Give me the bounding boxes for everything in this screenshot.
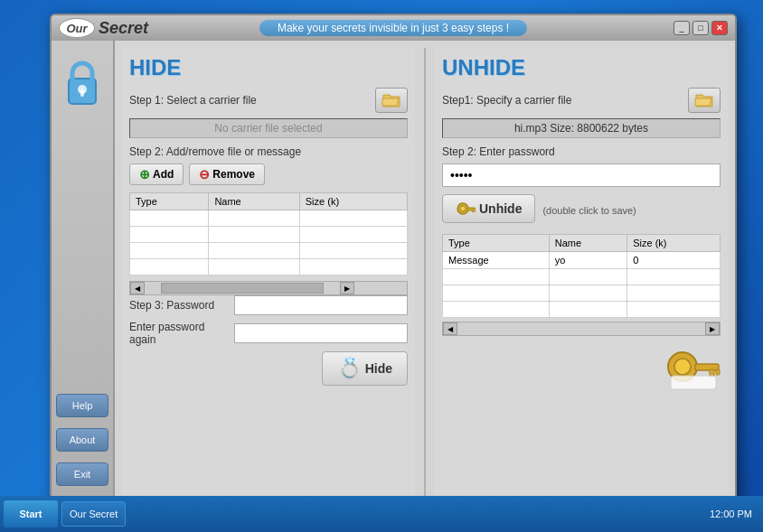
table-row — [130, 227, 408, 243]
add-button[interactable]: ⊕ Add — [129, 163, 184, 185]
window-controls: _ □ ✕ — [674, 21, 728, 35]
unhide-col-type: Type — [443, 235, 550, 252]
table-row — [130, 243, 408, 259]
scroll-right-arrow[interactable]: ▶ — [340, 282, 354, 294]
table-row — [443, 285, 721, 302]
table-row — [443, 269, 721, 285]
unhide-password-input[interactable] — [442, 163, 721, 187]
svg-rect-2 — [80, 89, 84, 97]
svg-rect-12 — [716, 369, 720, 375]
logo-text: Secret — [99, 19, 148, 38]
unhide-col-name: Name — [549, 235, 627, 252]
unhide-scroll-right[interactable]: ▶ — [705, 322, 720, 335]
hide-step1-row: Step 1: Select a carrier file — [129, 88, 408, 113]
hide-step3-label: Step 3: Password — [129, 299, 229, 312]
taskbar: Start Our Secret 12:00 PM — [0, 496, 763, 532]
svg-point-4 — [460, 206, 466, 211]
help-button[interactable]: Help — [56, 394, 108, 417]
title-bar: Our Secret Make your secrets invisible i… — [52, 15, 735, 41]
ring-icon: 💍 — [337, 357, 362, 380]
scroll-thumb[interactable] — [161, 283, 324, 294]
key-small-icon — [456, 199, 476, 219]
start-button[interactable]: Start — [4, 500, 58, 527]
hide-panel: HIDE Step 1: Select a carrier file — [122, 48, 415, 497]
hide-col-name: Name — [209, 193, 299, 210]
exit-button[interactable]: Exit — [56, 462, 108, 486]
svg-rect-13 — [671, 376, 716, 389]
main-panels: HIDE Step 1: Select a carrier file — [115, 41, 735, 504]
unhide-name-cell: yo — [549, 252, 627, 269]
hide-password-again-input[interactable] — [234, 323, 408, 343]
hide-password-again-label: Enter password again — [129, 321, 229, 346]
minimize-button[interactable]: _ — [674, 21, 690, 35]
hide-file-table: Type Name Size (k) — [129, 192, 408, 275]
unhide-scrollbar-h[interactable]: ◀ ▶ — [442, 322, 721, 336]
unhide-button[interactable]: Unhide — [442, 194, 535, 223]
app-logo: Our Secret — [59, 18, 148, 38]
unhide-title: UNHIDE — [442, 55, 721, 80]
unhide-step1-row: Step1: Specify a carrier file — [442, 88, 721, 113]
folder-open-icon-unhide — [694, 92, 714, 108]
unhide-results-table: Type Name Size (k) Message yo 0 — [442, 234, 721, 318]
hide-button[interactable]: 💍 Hide — [322, 351, 408, 386]
key-icon-container — [666, 341, 721, 391]
app-tagline: Make your secrets invisible in just 3 ea… — [259, 20, 527, 36]
unhide-file-status: hi.mp3 Size: 8800622 bytes — [442, 118, 721, 138]
desktop: Our Secret Make your secrets invisible i… — [0, 0, 763, 532]
unhide-result-row[interactable]: Message yo 0 — [443, 252, 721, 269]
svg-rect-7 — [475, 210, 476, 212]
unhide-select-file-button[interactable] — [688, 88, 721, 113]
panels-row: HIDE Step 1: Select a carrier file — [122, 48, 728, 497]
folder-open-icon — [382, 92, 401, 108]
hide-step1-label: Step 1: Select a carrier file — [129, 94, 370, 107]
maximize-button[interactable]: □ — [692, 21, 709, 35]
hide-step2-label: Step 2: Add/remove file or message — [129, 145, 408, 158]
unhide-scroll-left[interactable]: ◀ — [443, 322, 457, 335]
double-click-hint: (double click to save) — [542, 205, 636, 216]
hide-file-table-wrapper: Type Name Size (k) — [129, 192, 408, 281]
hide-col-size: Size (k) — [299, 193, 407, 210]
hide-password-input[interactable] — [234, 295, 408, 315]
unhide-size-cell: 0 — [627, 252, 721, 269]
system-clock: 12:00 PM — [702, 509, 759, 519]
lock-icon — [60, 59, 105, 108]
add-icon: ⊕ — [139, 167, 150, 182]
unhide-panel: UNHIDE Step1: Specify a carrier file — [435, 48, 728, 497]
logo-circle: Our — [59, 18, 95, 38]
svg-point-9 — [674, 359, 691, 375]
hide-col-type: Type — [130, 193, 209, 210]
remove-button[interactable]: ⊖ Remove — [189, 163, 265, 185]
key-decoration-row — [442, 341, 721, 391]
app-window: Our Secret Make your secrets invisible i… — [50, 14, 737, 506]
about-button[interactable]: About — [56, 428, 108, 452]
close-button[interactable]: ✕ — [711, 21, 728, 35]
unhide-action-row: Unhide (double click to save) — [442, 194, 721, 227]
panel-divider — [424, 48, 426, 497]
svg-rect-10 — [695, 364, 719, 370]
add-remove-row: ⊕ Add ⊖ Remove — [129, 163, 408, 185]
hide-title: HIDE — [129, 55, 408, 80]
table-row — [130, 259, 408, 275]
svg-rect-6 — [472, 210, 474, 212]
remove-icon: ⊖ — [199, 167, 210, 182]
key-large-icon — [666, 341, 721, 391]
app-content: Help About Exit HIDE Step 1: — [52, 41, 735, 504]
hide-select-file-button[interactable] — [375, 88, 408, 113]
hide-password-again-row: Enter password again — [129, 321, 408, 346]
scroll-left-arrow[interactable]: ◀ — [130, 282, 145, 294]
sidebar: Help About Exit — [52, 41, 115, 504]
taskbar-item[interactable]: Our Secret — [61, 501, 126, 527]
unhide-col-size: Size (k) — [627, 235, 721, 252]
unhide-type-cell: Message — [443, 252, 550, 269]
hide-file-status: No carrier file selected — [129, 118, 408, 138]
hide-scrollbar-h[interactable]: ◀ ▶ — [129, 281, 408, 295]
hide-password-row: Step 3: Password — [129, 295, 408, 315]
hide-btn-row: 💍 Hide — [129, 351, 408, 386]
unhide-step2-label: Step 2: Enter password — [442, 145, 721, 158]
svg-rect-5 — [467, 208, 476, 210]
table-row — [130, 210, 408, 227]
unhide-step1-label: Step1: Specify a carrier file — [442, 94, 683, 107]
table-row — [443, 302, 721, 318]
